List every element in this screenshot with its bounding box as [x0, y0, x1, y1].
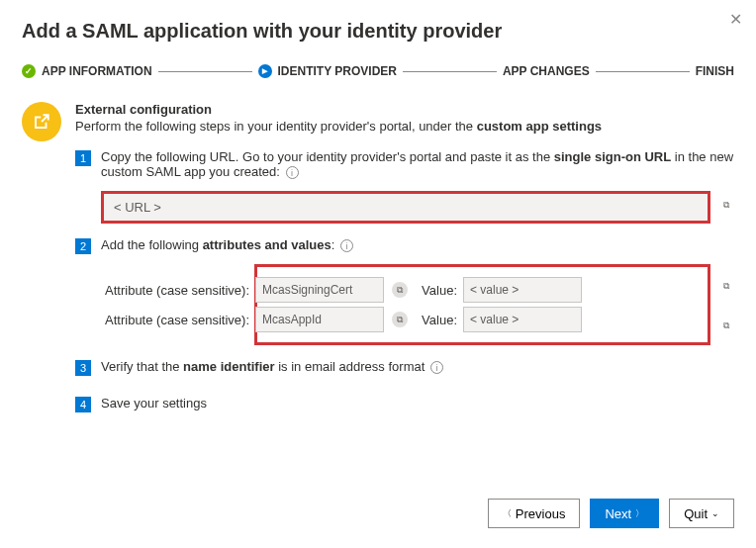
step-divider — [158, 71, 252, 72]
copy-icon[interactable]: ⧉ — [718, 318, 734, 333]
quit-button[interactable]: Quit⌄ — [669, 499, 734, 528]
step-2-text: Add the following attributes and values:… — [101, 237, 734, 252]
button-bar: 〈Previous Next〉 Quit⌄ — [488, 499, 734, 528]
value-label: Value: — [408, 313, 463, 327]
check-icon — [22, 64, 36, 78]
step-divider — [596, 71, 690, 72]
attribute-label: Attribute (case sensitive): — [102, 283, 255, 298]
attribute-name-input[interactable] — [255, 277, 384, 303]
attributes-box: Attribute (case sensitive): ⧉ Value: Att… — [254, 264, 710, 345]
step-3-text: Verify that the name identifier is in em… — [101, 359, 734, 374]
step-number: 1 — [75, 150, 91, 166]
step-identity-provider: IDENTITY PROVIDER — [258, 64, 397, 78]
step-finish: FINISH — [696, 64, 734, 78]
step-divider — [403, 71, 497, 72]
info-icon[interactable]: i — [340, 239, 353, 252]
previous-button[interactable]: 〈Previous — [488, 499, 581, 528]
chevron-right-icon: 〉 — [635, 507, 644, 520]
info-icon[interactable]: i — [286, 166, 299, 179]
step-number: 3 — [75, 360, 91, 376]
play-icon — [258, 64, 272, 78]
dialog-title: Add a SAML application with your identit… — [22, 20, 734, 43]
attribute-value-input[interactable] — [463, 277, 582, 303]
instruction-step-4: 4 Save your settings — [75, 396, 734, 418]
step-number: 2 — [75, 238, 91, 254]
value-label: Value: — [408, 283, 463, 298]
next-button[interactable]: Next〉 — [590, 499, 659, 528]
attribute-name-input[interactable] — [255, 307, 384, 332]
attribute-value-input[interactable] — [463, 307, 582, 332]
step-4-text: Save your settings — [101, 396, 734, 411]
external-link-icon — [22, 102, 61, 141]
step-app-information: APP INFORMATION — [22, 64, 152, 78]
copy-icon[interactable]: ⧉ — [392, 312, 408, 327]
step-number: 4 — [75, 397, 91, 412]
step-app-changes: APP CHANGES — [503, 64, 590, 78]
step-1-text: Copy the following URL. Go to your ident… — [101, 149, 734, 179]
section-description: Perform the following steps in your iden… — [75, 119, 734, 134]
sso-url-box: < URL > — [101, 191, 710, 224]
sso-url-value: < URL > — [114, 200, 698, 215]
chevron-left-icon: 〈 — [503, 507, 512, 520]
chevron-down-icon: ⌄ — [711, 508, 719, 518]
copy-icon[interactable]: ⧉ — [718, 198, 734, 214]
instruction-step-1: 1 Copy the following URL. Go to your ide… — [75, 149, 734, 224]
info-icon[interactable]: i — [430, 361, 443, 374]
copy-icon[interactable]: ⧉ — [718, 278, 734, 294]
copy-icon[interactable]: ⧉ — [392, 282, 408, 298]
instruction-step-3: 3 Verify that the name identifier is in … — [75, 359, 734, 382]
instruction-step-2: 2 Add the following attributes and value… — [75, 237, 734, 345]
section-title: External configuration — [75, 102, 734, 117]
attribute-label: Attribute (case sensitive): — [102, 313, 255, 327]
close-icon[interactable]: ✕ — [729, 10, 742, 29]
stepper: APP INFORMATION IDENTITY PROVIDER APP CH… — [22, 64, 734, 78]
